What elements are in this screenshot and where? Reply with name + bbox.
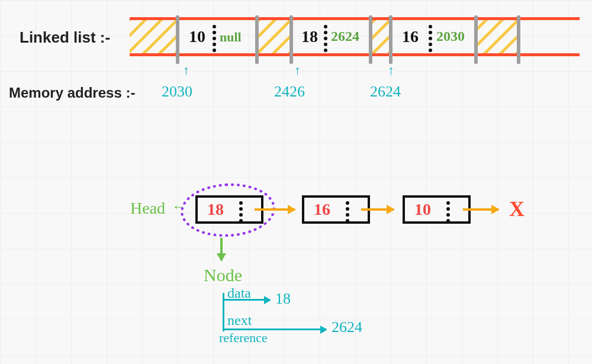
separator — [369, 15, 372, 64]
node-label: Node — [204, 265, 242, 285]
up-arrow-icon: ↑ — [183, 63, 189, 78]
cell-value: 18 — [301, 27, 318, 46]
next-value: 2624 — [332, 318, 362, 336]
arrow-icon — [255, 208, 295, 211]
cell-next: 2030 — [436, 28, 465, 44]
arrow-icon — [463, 208, 498, 211]
node-value: 16 — [314, 200, 330, 219]
separator — [517, 15, 520, 64]
data-value: 18 — [275, 290, 291, 308]
memory-block: 10 null 18 2624 16 2030 — [130, 17, 580, 56]
up-arrow-icon: ↑ — [388, 63, 394, 78]
address-value: 2624 — [370, 83, 401, 101]
separator — [255, 15, 259, 64]
divider-dots — [446, 201, 450, 225]
divider-dots — [213, 25, 216, 49]
node-value: 18 — [207, 200, 224, 219]
linked-list-label: Linked list :- — [20, 28, 110, 47]
cell-value: 10 — [189, 27, 205, 46]
data-key-label: data — [227, 285, 251, 301]
reference-label: reference — [219, 330, 268, 346]
null-terminator: X — [509, 197, 525, 221]
list-node: 18 — [195, 195, 263, 224]
arrow-icon — [361, 208, 394, 211]
list-node: 16 — [302, 195, 370, 224]
separator — [176, 15, 179, 64]
hatch-area — [478, 20, 517, 53]
list-node: 10 — [403, 195, 471, 224]
hatch-area — [372, 20, 389, 53]
cell-next: null — [220, 30, 242, 45]
hatch-area — [259, 20, 289, 53]
divider-dots — [239, 201, 243, 225]
cell-next: 2624 — [331, 28, 359, 44]
divider-dots — [324, 25, 327, 49]
memory-address-label: Memory address :- — [9, 85, 135, 101]
cell-value: 16 — [402, 27, 419, 46]
up-arrow-icon: ↑ — [294, 63, 301, 78]
down-arrow-icon — [220, 238, 223, 260]
hatch-area — [130, 20, 176, 53]
next-key-label: next — [227, 313, 252, 328]
separator — [474, 15, 478, 64]
separator — [389, 15, 392, 64]
head-label: Head — [130, 199, 165, 218]
node-value: 10 — [414, 200, 431, 219]
divider-dots — [346, 201, 349, 225]
divider-dots — [429, 25, 432, 49]
separator — [289, 15, 293, 64]
address-value: 2426 — [274, 83, 305, 101]
address-value: 2030 — [162, 83, 192, 101]
